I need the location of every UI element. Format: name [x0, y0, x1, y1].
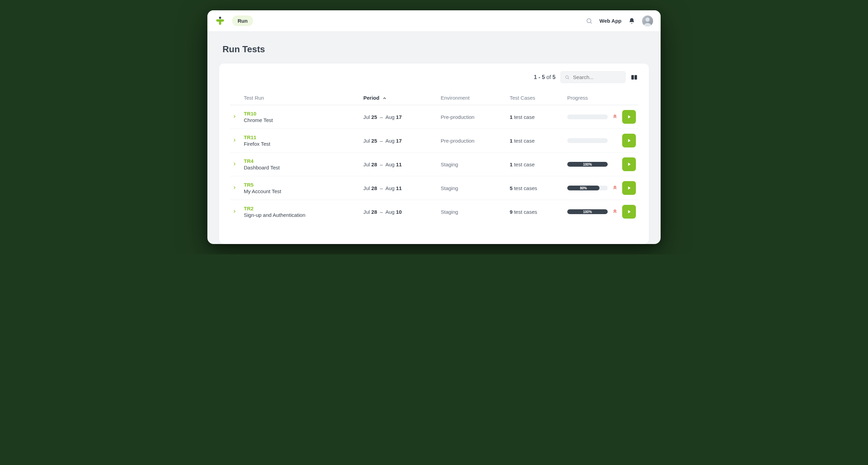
- run-id[interactable]: TR11: [244, 134, 359, 140]
- run-progress: [565, 105, 610, 129]
- run-name: Sign-up and Authentication: [244, 212, 359, 218]
- svg-point-0: [219, 16, 221, 19]
- svg-rect-8: [631, 75, 634, 79]
- priority-high-icon: [612, 114, 618, 120]
- run-id[interactable]: TR5: [244, 182, 359, 188]
- card-toolbar: 1 - 5 of 5: [230, 71, 638, 83]
- run-period: Jul 28 – Aug 10: [361, 200, 438, 224]
- columns-icon[interactable]: [630, 74, 638, 81]
- svg-marker-10: [628, 115, 630, 118]
- run-period: Jul 25 – Aug 17: [361, 105, 438, 129]
- col-progress[interactable]: Progress: [565, 91, 610, 105]
- col-period[interactable]: Period: [361, 91, 438, 105]
- runs-card: 1 - 5 of 5 Test Run: [219, 64, 649, 244]
- run-environment: Staging: [439, 176, 508, 200]
- run-id[interactable]: TR2: [244, 206, 359, 211]
- svg-marker-11: [628, 139, 630, 142]
- priority-high-icon: [612, 186, 618, 191]
- run-environment: Pre-production: [439, 105, 508, 129]
- chevron-right-icon[interactable]: [232, 114, 237, 120]
- app-logo[interactable]: [215, 16, 225, 26]
- run-environment: Pre-production: [439, 129, 508, 153]
- table-row[interactable]: TR4 Dashboard Test Jul 28 – Aug 11 Stagi…: [230, 153, 638, 176]
- chevron-right-icon[interactable]: [232, 185, 237, 191]
- run-period: Jul 28 – Aug 11: [361, 153, 438, 176]
- run-cases: 1 test case: [507, 129, 565, 153]
- priority-high-icon: [612, 209, 618, 215]
- run-period: Jul 28 – Aug 11: [361, 176, 438, 200]
- page-content: Run Tests 1 - 5 of 5: [207, 32, 661, 244]
- chevron-right-icon[interactable]: [232, 162, 237, 167]
- col-test-cases[interactable]: Test Cases: [507, 91, 565, 105]
- run-cases: 5 test cases: [507, 176, 565, 200]
- svg-line-4: [591, 22, 592, 23]
- svg-rect-2: [219, 19, 221, 25]
- play-button[interactable]: [622, 110, 636, 124]
- col-period-label: Period: [363, 95, 379, 101]
- search-icon[interactable]: [586, 18, 593, 24]
- svg-marker-14: [628, 210, 630, 213]
- search-field[interactable]: [560, 71, 626, 83]
- svg-marker-12: [628, 163, 630, 166]
- chevron-right-icon[interactable]: [232, 209, 237, 215]
- app-window: Run Web App Run Tests 1 - 5 of 5: [207, 10, 661, 244]
- play-button[interactable]: [622, 205, 636, 219]
- run-id[interactable]: TR10: [244, 111, 359, 117]
- run-progress: 100%: [565, 153, 610, 176]
- table-row[interactable]: TR11 Firefox Test Jul 25 – Aug 17 Pre-pr…: [230, 129, 638, 153]
- run-cases: 1 test case: [507, 105, 565, 129]
- pager-of: of: [546, 74, 551, 80]
- run-name: My Account Test: [244, 188, 359, 194]
- top-bar: Run Web App: [207, 10, 661, 32]
- run-progress: 80%: [565, 176, 610, 200]
- run-cases: 9 test cases: [507, 200, 565, 224]
- run-name: Firefox Test: [244, 141, 359, 147]
- table-row[interactable]: TR10 Chrome Test Jul 25 – Aug 17 Pre-pro…: [230, 105, 638, 129]
- svg-marker-13: [628, 186, 630, 189]
- pager: 1 - 5 of 5: [534, 74, 556, 80]
- play-button[interactable]: [622, 181, 636, 195]
- search-input[interactable]: [572, 74, 621, 80]
- svg-rect-9: [635, 75, 637, 79]
- pager-range: 1 - 5: [534, 74, 545, 80]
- table-row[interactable]: TR5 My Account Test Jul 28 – Aug 11 Stag…: [230, 176, 638, 200]
- runs-table: Test Run Period Environment Test Cases P…: [230, 91, 638, 223]
- run-period: Jul 25 – Aug 17: [361, 129, 438, 153]
- col-test-run[interactable]: Test Run: [242, 91, 361, 105]
- run-environment: Staging: [439, 200, 508, 224]
- run-progress: [565, 129, 610, 153]
- chevron-up-icon: [382, 96, 387, 101]
- run-id[interactable]: TR4: [244, 158, 359, 164]
- table-row[interactable]: TR2 Sign-up and Authentication Jul 28 – …: [230, 200, 638, 224]
- svg-point-5: [646, 18, 650, 22]
- bell-icon[interactable]: [628, 18, 635, 24]
- search-icon: [565, 75, 570, 80]
- play-button[interactable]: [622, 134, 636, 147]
- page-title: Run Tests: [222, 44, 646, 55]
- avatar[interactable]: [642, 15, 653, 26]
- play-button[interactable]: [622, 157, 636, 171]
- pager-total: 5: [552, 74, 556, 80]
- run-name: Dashboard Test: [244, 165, 359, 170]
- run-cases: 1 test case: [507, 153, 565, 176]
- run-environment: Staging: [439, 153, 508, 176]
- chevron-right-icon[interactable]: [232, 138, 237, 144]
- svg-line-7: [568, 78, 569, 79]
- svg-point-3: [587, 19, 591, 23]
- run-progress: 100%: [565, 200, 610, 224]
- run-name: Chrome Test: [244, 117, 359, 123]
- context-chip-run[interactable]: Run: [232, 15, 253, 26]
- svg-point-6: [566, 76, 568, 78]
- col-environment[interactable]: Environment: [439, 91, 508, 105]
- workspace-label[interactable]: Web App: [599, 18, 621, 24]
